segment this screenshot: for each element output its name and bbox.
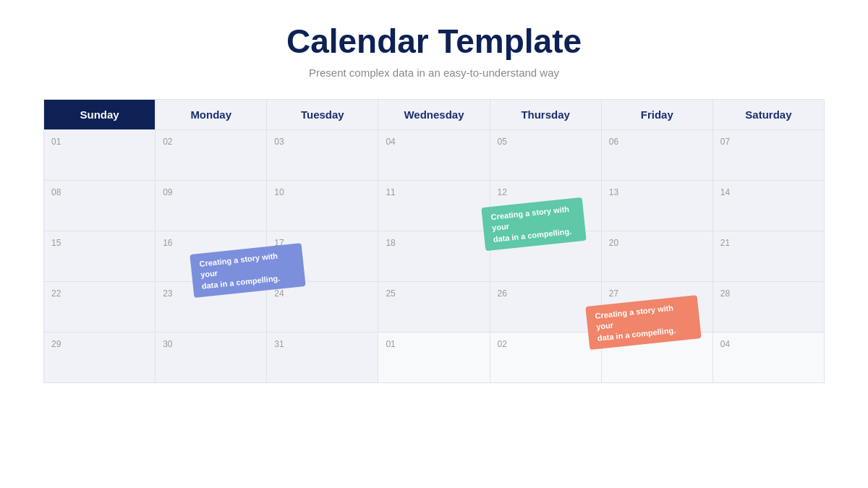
day-number: 30: [163, 339, 172, 349]
day-number: 15: [51, 238, 61, 248]
cell-w1-d5: 13: [601, 181, 712, 231]
day-number: 09: [163, 187, 172, 197]
cell-w2-d1: 16Creating a story with your data in a c…: [156, 231, 267, 282]
day-number: 04: [386, 137, 395, 147]
calendar-week-3: 222324252627Creating a story with your d…: [44, 282, 825, 333]
day-number: 02: [163, 137, 172, 147]
cell-w3-d3: 25: [378, 282, 490, 333]
day-number: 01: [386, 339, 395, 349]
calendar-week-2: 1516Creating a story with your data in a…: [44, 231, 825, 282]
cell-w1-d0: 08: [44, 181, 156, 231]
cell-w1-d2: 10: [267, 181, 378, 231]
day-number: 03: [609, 339, 618, 349]
cell-w3-d4: 26: [490, 282, 601, 333]
cell-w0-d2: 03: [267, 130, 378, 181]
day-number: 10: [274, 187, 284, 197]
header-tuesday: Tuesday: [267, 100, 378, 130]
page-subtitle: Present complex data in an easy-to-under…: [309, 67, 559, 79]
day-number: 17: [274, 238, 284, 248]
cell-w4-d1: 30: [156, 333, 267, 383]
header-saturday: Saturday: [712, 100, 824, 130]
cell-w0-d4: 05: [490, 130, 601, 181]
cell-w2-d4: 19: [490, 231, 601, 282]
cell-w3-d2: 24: [267, 282, 378, 333]
day-number: 02: [498, 339, 507, 349]
calendar-week-1: 0809101112Creating a story with your dat…: [44, 181, 825, 231]
cell-w1-d4: 12Creating a story with your data in a c…: [490, 181, 601, 231]
calendar-week-4: 29303101020304: [44, 333, 825, 383]
cell-w4-d2: 31: [267, 333, 378, 383]
day-number: 25: [386, 288, 395, 299]
day-number: 04: [720, 339, 730, 349]
day-number: 12: [498, 187, 507, 197]
cell-w1-d1: 09: [156, 181, 267, 231]
cell-w0-d6: 07: [712, 130, 824, 181]
day-number: 22: [51, 288, 61, 299]
cell-w0-d1: 02: [156, 130, 267, 181]
day-number: 18: [386, 238, 395, 248]
header-monday: Monday: [156, 100, 267, 130]
cell-w0-d3: 04: [378, 130, 490, 181]
day-number: 13: [609, 187, 618, 197]
header-friday: Friday: [601, 100, 712, 130]
day-number: 08: [51, 187, 61, 197]
day-number: 14: [720, 187, 730, 197]
page-title: Calendar Template: [286, 22, 582, 61]
day-number: 27: [609, 288, 618, 299]
day-number: 07: [720, 137, 730, 147]
day-number: 06: [609, 137, 618, 147]
header-sunday: Sunday: [44, 100, 156, 130]
day-number: 19: [498, 238, 507, 248]
day-number: 01: [51, 137, 61, 147]
cell-w0-d5: 06: [601, 130, 712, 181]
day-number: 28: [720, 288, 730, 299]
cell-w2-d0: 15: [44, 231, 156, 282]
header-wednesday: Wednesday: [378, 100, 490, 130]
cell-w4-d0: 29: [44, 333, 156, 383]
cell-w3-d6: 28: [712, 282, 824, 333]
cell-w4-d6: 04: [712, 333, 824, 383]
day-number: 05: [498, 137, 507, 147]
day-number: 21: [720, 238, 730, 248]
day-number: 23: [163, 288, 172, 299]
day-number: 31: [274, 339, 284, 349]
header-thursday: Thursday: [490, 100, 601, 130]
calendar-header-row: Sunday Monday Tuesday Wednesday Thursday…: [44, 100, 825, 130]
cell-w1-d3: 11: [378, 181, 490, 231]
day-number: 20: [609, 238, 618, 248]
day-number: 29: [51, 339, 61, 349]
cell-w3-d0: 22: [44, 282, 156, 333]
day-number: 03: [274, 137, 284, 147]
cell-w2-d3: 18: [378, 231, 490, 282]
cell-w0-d0: 01: [44, 130, 156, 181]
cell-w1-d6: 14: [712, 181, 824, 231]
day-number: 26: [498, 288, 507, 299]
cell-w2-d6: 21: [712, 231, 824, 282]
cell-w3-d5: 27Creating a story with your data in a c…: [601, 282, 712, 333]
day-number: 11: [386, 187, 395, 197]
cell-w2-d2: 17: [267, 231, 378, 282]
day-number: 24: [274, 288, 284, 299]
cell-w3-d1: 23: [156, 282, 267, 333]
cell-w4-d5: 03: [601, 333, 712, 383]
calendar-table: Sunday Monday Tuesday Wednesday Thursday…: [43, 99, 825, 383]
cell-w4-d4: 02: [490, 333, 601, 383]
day-number: 16: [163, 238, 172, 248]
cell-w2-d5: 20: [601, 231, 712, 282]
cell-w4-d3: 01: [378, 333, 490, 383]
calendar-week-0: 01020304050607: [44, 130, 825, 181]
